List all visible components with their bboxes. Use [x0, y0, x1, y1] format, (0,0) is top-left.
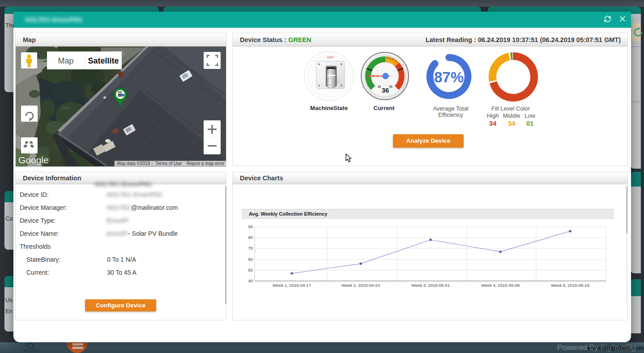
- svg-text:Google: Google: [18, 155, 49, 165]
- svg-text:Week 4, 2015-05-08: Week 4, 2015-05-08: [481, 283, 520, 288]
- svg-text:Week 1, 2015-04-17: Week 1, 2015-04-17: [273, 283, 311, 288]
- svg-text:70: 70: [248, 246, 253, 251]
- svg-text:50: 50: [248, 268, 253, 272]
- svg-text:80: 80: [248, 235, 253, 240]
- svg-text:Week 5, 2015-05-15: Week 5, 2015-05-15: [551, 283, 589, 288]
- svg-text:Week 3, 2015-05-01: Week 3, 2015-05-01: [411, 283, 450, 288]
- svg-text:22: 22: [378, 85, 381, 88]
- svg-text:Map: Map: [58, 56, 73, 65]
- svg-text:Week 2, 2015-04-24: Week 2, 2015-04-24: [341, 283, 380, 288]
- svg-text:Terms of Use: Terms of Use: [155, 161, 182, 166]
- svg-text:40: 40: [248, 278, 253, 283]
- svg-text:Report a map error: Report a map error: [187, 161, 225, 166]
- svg-text:90: 90: [248, 224, 253, 229]
- svg-text:Map data ©2019: Map data ©2019: [117, 161, 150, 166]
- svg-text:36: 36: [382, 86, 389, 94]
- svg-text:Satellite: Satellite: [88, 56, 119, 65]
- svg-text:51: 51: [389, 85, 393, 88]
- svg-text:60: 60: [248, 257, 253, 262]
- svg-text:OFF: OFF: [327, 55, 334, 60]
- svg-text:87%: 87%: [434, 69, 464, 85]
